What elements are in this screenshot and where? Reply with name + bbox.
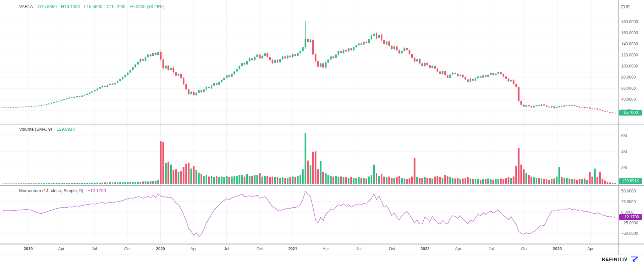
- time-axis-label: Apr: [323, 247, 329, 251]
- price-axis-tick: 100.0000: [621, 63, 638, 69]
- momentum-legend[interactable]: Momentum (14, close, Simple, 9) −12.1700: [19, 188, 106, 193]
- close-value: C15.7000: [106, 4, 125, 9]
- time-axis-label: Oct: [124, 247, 130, 251]
- price-axis-tick: 140.0000: [621, 41, 638, 47]
- time-axis-label: Apr: [455, 247, 461, 251]
- price-legend[interactable]: VARTA O15.8350 H16.1000 L15.5600 C15.700…: [19, 4, 168, 9]
- time-axis-label: 2019: [24, 247, 33, 251]
- low-value: L15.5600: [84, 4, 102, 9]
- time-axis-label: Apr: [587, 247, 594, 251]
- time-axis-label: Jul: [224, 247, 229, 251]
- volume-sma-badge: 129.891K: [619, 178, 642, 184]
- time-axis-label: Jul: [356, 247, 361, 251]
- open-value: O15.8350: [38, 4, 57, 9]
- time-axis-label: 2023: [553, 247, 562, 251]
- time-axis-label: 2021: [288, 247, 297, 251]
- price-axis-tick: 60.0000: [621, 86, 636, 91]
- volume-axis-tick: 4M: [621, 149, 627, 155]
- price-axis-tick: 120.0000: [621, 52, 638, 58]
- last-price-badge: 15.7000: [619, 110, 642, 116]
- momentum-line: [3, 191, 615, 237]
- refinitiv-logo-text: REFINITIV: [602, 257, 628, 262]
- time-axis-label: Jul: [489, 247, 494, 251]
- chart-canvas[interactable]: [0, 0, 644, 264]
- momentum-axis-tick: 25.0000: [621, 199, 636, 205]
- volume-legend[interactable]: Volume (SMA, 9) 129.891K: [19, 127, 78, 132]
- price-axis-tick: 160.0000: [621, 30, 638, 36]
- price-axis-tick: 40.0000: [621, 97, 636, 102]
- time-axis-label: Oct: [521, 247, 528, 251]
- branding: REFINITIV: [602, 256, 639, 263]
- refinitiv-arrow-icon: [631, 256, 639, 263]
- time-axis-label: Oct: [389, 247, 395, 251]
- time-axis-label: 2022: [421, 247, 430, 251]
- high-value: H16.1000: [61, 4, 80, 9]
- momentum-value: −12.1700: [88, 188, 106, 193]
- volume-legend-title: Volume (SMA, 9): [19, 127, 52, 132]
- currency-label: EUR: [621, 5, 630, 9]
- time-axis-label: Oct: [257, 247, 263, 251]
- change-value: +0.0400 (+0.26%): [129, 4, 164, 9]
- volume-series: [3, 133, 616, 184]
- momentum-axis-tick: −25.0000: [621, 220, 638, 226]
- momentum-axis-tick: 50.0000: [621, 188, 636, 194]
- time-axis-label: 2020: [156, 247, 165, 251]
- volume-sma-value: 129.891K: [57, 127, 75, 132]
- time-axis-label: Apr: [58, 247, 64, 251]
- price-axis-tick: 180.0000: [621, 19, 638, 25]
- time-axis-label: Apr: [191, 247, 197, 251]
- price-axis-tick: 80.0000: [621, 75, 636, 80]
- time-axis-label: Jul: [92, 247, 97, 251]
- symbol-label: VARTA: [19, 4, 33, 9]
- volume-axis-tick: 6M: [621, 133, 627, 138]
- volume-axis-tick: 2M: [621, 165, 627, 170]
- momentum-badge: −12.1700: [619, 214, 642, 220]
- momentum-legend-title: Momentum (14, close, Simple, 9): [19, 188, 83, 193]
- momentum-axis-tick: −50.0000: [621, 231, 638, 236]
